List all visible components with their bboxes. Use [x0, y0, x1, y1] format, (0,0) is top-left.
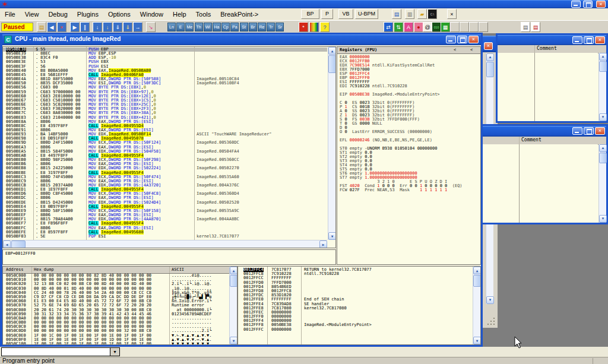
menu-item-view[interactable]: View	[20, 9, 44, 20]
app-close-button[interactable]: ×	[596, 1, 606, 8]
toolbar-letter-wi[interactable]: Wi	[204, 23, 212, 31]
step-into-icon[interactable]: ↓	[93, 22, 102, 32]
comment-window-2-close-button[interactable]: ×	[595, 127, 605, 135]
app-minimize-button[interactable]	[571, 1, 581, 8]
dump-pane[interactable]: Address Hex dump ASCII 0050C00000 00 00 …	[2, 266, 238, 345]
toolbar-letter-e[interactable]: E	[176, 23, 185, 31]
stack-vscrollbar[interactable]: ▲ ▼	[473, 267, 480, 344]
info-pane[interactable]: EBP=0012FFF0	[2, 249, 336, 265]
list-icon-1[interactable]: ▤	[521, 22, 530, 32]
execute-return-icon[interactable]: →	[133, 22, 142, 32]
menu-item-plugins[interactable]: Plugins	[72, 9, 103, 20]
breakpoint-dot-icon[interactable]: ●	[414, 22, 423, 32]
restart-icon[interactable]: ◀	[47, 22, 56, 32]
disasm-hscrollbar[interactable]: ◀ ▶	[3, 240, 327, 248]
open-file-icon[interactable]: ▤	[37, 22, 46, 32]
step-over-icon[interactable]: ↓	[103, 22, 112, 32]
plugin-button-vb[interactable]: VB	[338, 9, 353, 19]
registers-line[interactable]: EIP 0050BE38 ImageRed.<ModuleEntryPoint>	[340, 93, 479, 97]
toolbar-letter-th[interactable]: Th	[195, 23, 203, 31]
toolbar-letter-st[interactable]: St	[240, 23, 248, 31]
appearance-icon[interactable]	[309, 22, 319, 32]
comment-window-2-vscrollbar[interactable]: ▲ ▼	[598, 144, 606, 223]
disasm-row[interactable]: 0050BEF7.E8 F896F8FFCALL ImageRed.004955…	[3, 221, 327, 226]
folder-icon[interactable]: ▰	[417, 9, 427, 19]
pause-icon[interactable]: ∥	[80, 22, 90, 32]
menu-item-help[interactable]: Help	[168, 9, 191, 20]
blank-button-1[interactable]	[450, 22, 460, 32]
toolbar-letter-br[interactable]: Br	[249, 23, 257, 31]
menu-item-debug[interactable]: Debug	[43, 9, 72, 20]
comment-window-2-minimize-button[interactable]	[572, 127, 582, 135]
comment-window-2-body[interactable]	[482, 144, 598, 223]
background-window-resize-grip[interactable]	[486, 316, 495, 325]
disasm-row[interactable]: 0050BE3E.53PUSH EBX	[3, 60, 327, 64]
disasm-pane[interactable]: 0050BE38$55PUSH EBP0050BE39.8BECMOV EBP,…	[2, 46, 336, 248]
sync-icon[interactable]: ⇄	[384, 22, 393, 32]
cpu-window-titlebar[interactable]: C CPU - main thread, module ImageRed ×	[2, 34, 481, 45]
help-icon[interactable]: ?	[320, 22, 330, 32]
doc-gray-icon[interactable]: ▥	[405, 9, 414, 19]
animate-over-icon[interactable]: ⇓	[123, 22, 132, 32]
toolbar-letter-me[interactable]: Me	[185, 23, 194, 31]
comment-window-1-close-button[interactable]: ×	[595, 36, 605, 44]
registers-line[interactable]: EDI 7C910228 ntdll.7C910228	[340, 84, 479, 88]
menu-item-file[interactable]: File	[0, 9, 20, 20]
combobox-dropdown-button[interactable]: ▼	[110, 348, 119, 356]
list-icon-2[interactable]: ▤	[531, 22, 540, 32]
disasm-row[interactable]: 0050BEFE.E8 8597F8FFCALL ImageRed.004956…	[3, 230, 327, 235]
spiral-icon[interactable]: @	[423, 22, 432, 32]
disasm-vscrollbar[interactable]: ▲ ▼	[328, 47, 335, 240]
dump-vscrollbar[interactable]: ▲ ▼	[229, 267, 237, 344]
comment-window-2-titlebar[interactable]: ×	[482, 126, 606, 137]
disasm-row[interactable]: 0050BE38$55PUSH EBP	[3, 48, 327, 52]
toolbar-letter-pa[interactable]: Pa	[230, 23, 239, 31]
disasm-row[interactable]: 0050BE83.C683 21040000 00MOV BYTE PTR DS…	[3, 116, 327, 120]
menu-item-breakpoint[interactable]: BreakPoint->	[216, 9, 263, 20]
binary-icon[interactable]: 010	[432, 22, 441, 32]
comment-window-1-titlebar[interactable]: ×	[498, 35, 606, 45]
comment-window-1-minimize-button[interactable]	[572, 36, 582, 44]
registers-pane[interactable]: Registers (FPU) < < EAX 00000000ECX 0012…	[337, 46, 481, 265]
background-window-close-button[interactable]: ×	[484, 42, 493, 50]
toolbar-letter-ln[interactable]: Ln	[167, 23, 176, 31]
blank-button-3[interactable]	[469, 22, 479, 32]
registers-line[interactable]: FCW 027F Prec NEAR,53 Mask 1 1 1 1 1 1	[340, 188, 479, 192]
plugin-button-ubpm[interactable]: U-BPM	[355, 9, 378, 19]
toolbar-letter-sr[interactable]: Sr	[276, 23, 284, 31]
close-x-button[interactable]: ×	[447, 9, 457, 19]
jump-icon[interactable]: ↘	[146, 22, 156, 32]
plugin-button-p[interactable]: P	[321, 9, 333, 19]
registers-collapse-icon-1[interactable]: <	[454, 47, 456, 53]
doc-blue-icon[interactable]: ▤	[392, 9, 401, 19]
disasm-row[interactable]: 0050BF03.5EPOP ESIkernel32.7C817077	[3, 235, 327, 239]
disasm-row[interactable]: 0050BE9D.8B0D 24F15000MOV ECX,DWORD PTR …	[3, 141, 327, 145]
disasm-row[interactable]: 0050BE3B.83C4 F0ADD ESP,-10	[3, 56, 327, 60]
cpu-minimize-button[interactable]	[446, 36, 456, 43]
cpu-maximize-button[interactable]	[457, 36, 467, 43]
disasm-row[interactable]: 0050BED6.8B0D C8F45000MOV ECX,DWORD PTR …	[3, 192, 327, 196]
registers-collapse-icon-2[interactable]: <	[470, 47, 473, 53]
console-icon[interactable]: C:\	[428, 9, 437, 19]
close-program-icon[interactable]: ×	[57, 22, 66, 32]
animate-into-icon[interactable]: ⇓	[113, 22, 122, 32]
comment-window-1-vscrollbar[interactable]: ▲ ▼	[598, 53, 606, 121]
plugin-button-bp[interactable]: BP	[301, 9, 319, 19]
blank-button-2[interactable]	[460, 22, 469, 32]
assemble-icon[interactable]: A	[404, 22, 413, 32]
disasm-row[interactable]: 0050BEE9.8B0D 58F15000MOV ECX,DWORD PTR …	[3, 209, 327, 213]
toolbar-letter-ha[interactable]: Ha	[213, 23, 221, 31]
blank-button-4[interactable]	[479, 22, 488, 32]
registers-line[interactable]: EFL 00000246 (NO,NB,E,BE,NS,PE,GE,LE)	[340, 138, 479, 143]
menu-item-window[interactable]: Window	[135, 9, 168, 20]
updown-icon[interactable]: ⇅	[394, 22, 403, 32]
comment-window-2-maximize-button[interactable]	[584, 127, 594, 135]
registers-line[interactable]: T 0 GS 0000 NULL	[340, 122, 479, 126]
options-gear-icon[interactable]: *	[299, 22, 308, 32]
dump-row[interactable]: 0050C1001F 00 1F 00 1F 00 1F 00 1F 00 1F…	[3, 342, 229, 345]
stack-pane[interactable]: 0012FFC47C817077RETURN to kernel32.7C817…	[238, 266, 481, 345]
run-icon[interactable]: ▶	[70, 22, 80, 32]
menu-item-tools[interactable]: Tools	[191, 9, 216, 20]
toolbar-letter-re[interactable]: Re	[258, 23, 266, 31]
comment-window-1-maximize-button[interactable]	[584, 36, 594, 44]
